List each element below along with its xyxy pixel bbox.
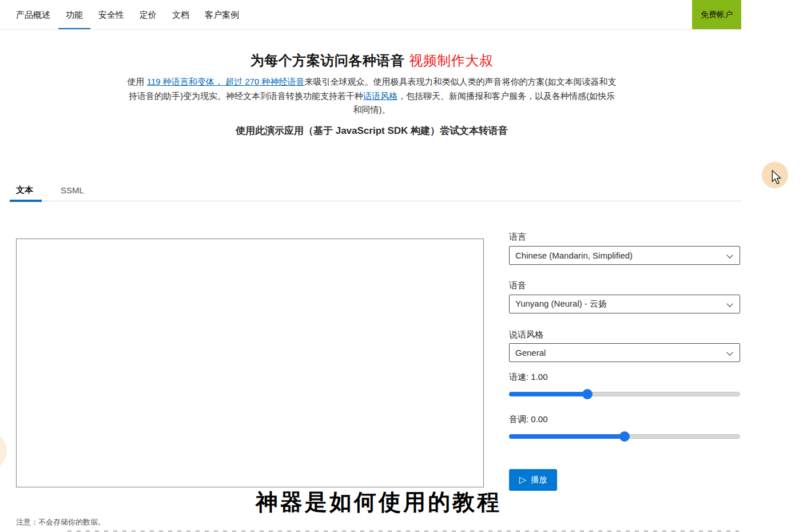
free-account-button[interactable]: 免费帐户 — [692, 0, 741, 30]
tts-text-input[interactable] — [16, 239, 484, 487]
chevron-down-icon — [726, 252, 733, 258]
play-button[interactable]: ▷ 播放 — [509, 469, 557, 491]
chevron-down-icon — [726, 349, 733, 355]
voice-label: 语音 — [509, 280, 526, 291]
page-title-text: 为每个方案访问各种语音 — [251, 53, 405, 68]
hero-description-seg1: 使用 — [128, 77, 147, 86]
chevron-down-icon — [726, 300, 733, 307]
speaking-style-label: 说话风格 — [509, 329, 543, 340]
speaking-style-select-value: General — [515, 348, 546, 358]
data-storage-notice: 注意：不会存储你的数据。 — [16, 517, 105, 527]
video-caption-overlay: 神器是如何使用的教程 — [256, 487, 502, 518]
language-select-value: Chinese (Mandarin, Simplified) — [515, 251, 633, 260]
play-button-label: 播放 — [531, 475, 547, 485]
pitch-slider-thumb[interactable] — [619, 431, 630, 442]
tabs: 文本 SSML — [10, 180, 741, 201]
nav-item-customer-stories[interactable]: 客户案例 — [205, 0, 239, 30]
nav-item-features[interactable]: 功能 — [66, 0, 83, 30]
rate-slider-fill — [509, 392, 587, 396]
rate-label: 语速: 1.00 — [509, 372, 548, 383]
demo-subtitle: 使用此演示应用（基于 JavaScript SDK 构建）尝试文本转语音 — [0, 124, 744, 137]
play-icon: ▷ — [519, 475, 526, 485]
tab-text[interactable]: 文本 — [10, 185, 39, 196]
hero-description: 使用 119 种语言和变体， 超过 270 种神经语音来吸引全球观众。使用极具表… — [125, 75, 619, 117]
language-select[interactable]: Chinese (Mandarin, Simplified) — [509, 246, 740, 265]
tab-bar: 文本 SSML — [10, 180, 741, 201]
page-title-annotation: 视频制作大叔 — [409, 53, 493, 68]
click-highlight-left-edge — [0, 431, 7, 471]
nav-item-label: 功能 — [66, 10, 83, 21]
nav-item-product-overview[interactable]: 产品概述 — [16, 0, 50, 30]
nav-item-security[interactable]: 安全性 — [98, 0, 124, 30]
rate-slider[interactable] — [509, 389, 740, 399]
pitch-label: 音调: 0.00 — [509, 414, 548, 425]
nav-divider — [0, 29, 741, 30]
tab-ssml[interactable]: SSML — [54, 185, 90, 195]
nav-item-pricing[interactable]: 定价 — [140, 0, 157, 30]
speaking-styles-link[interactable]: 话语风格 — [363, 91, 397, 101]
pitch-slider[interactable] — [509, 431, 740, 442]
voice-select-value: Yunyang (Neural) - 云扬 — [515, 299, 607, 309]
tab-active-indicator — [10, 200, 42, 202]
tts-demo-page: 产品概述 功能 安全性 定价 文档 客户案例 免费帐户 为每个方案访问各种语音视… — [0, 0, 803, 532]
voice-select[interactable]: Yunyang (Neural) - 云扬 — [509, 295, 740, 313]
page-title: 为每个方案访问各种语音视频制作大叔 — [0, 51, 744, 70]
nav-items: 产品概述 功能 安全性 定价 文档 客户案例 — [16, 0, 239, 30]
languages-voices-link[interactable]: 119 种语言和变体， 超过 270 种神经语音 — [147, 77, 305, 86]
controls-panel: 语言 Chinese (Mandarin, Simplified) 语音 Yun… — [509, 229, 740, 498]
nav-item-docs[interactable]: 文档 — [172, 0, 189, 30]
rate-slider-thumb[interactable] — [582, 389, 593, 399]
language-label: 语言 — [509, 232, 526, 243]
pitch-slider-fill — [509, 434, 625, 439]
top-nav: 产品概述 功能 安全性 定价 文档 客户案例 免费帐户 — [0, 0, 803, 30]
cursor-arrow-icon — [771, 170, 782, 185]
speaking-style-select[interactable]: General — [509, 343, 740, 362]
